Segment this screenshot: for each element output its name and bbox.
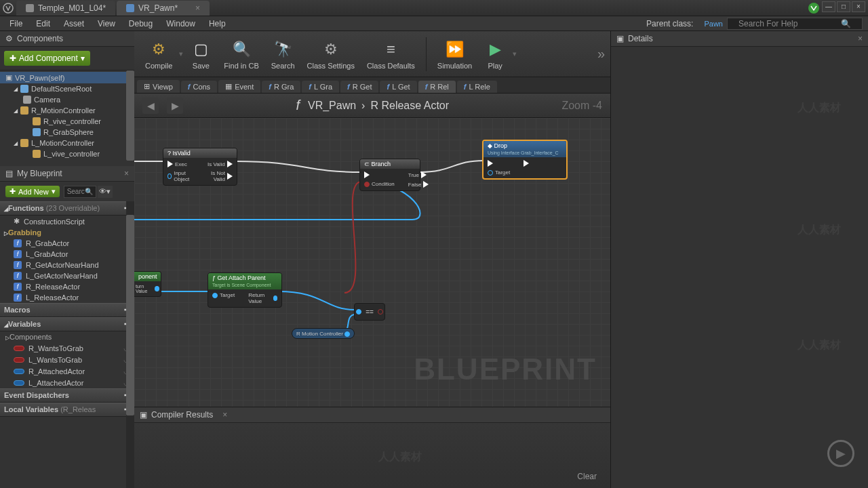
classsettings-button[interactable]: ⚙Class Settings [302, 34, 360, 75]
menu-asset[interactable]: Asset [57, 18, 91, 30]
simulation-button[interactable]: ⏩Simulation [432, 34, 477, 75]
function-item[interactable]: fR_GrabActor [0, 238, 134, 249]
help-search[interactable]: Search For Help🔍 [727, 18, 863, 30]
dispatchers-header[interactable]: Event Dispatchers✚ [0, 388, 134, 403]
compiler-output[interactable]: 人人素材 Clear [134, 423, 610, 488]
graph-tab[interactable]: fCons [181, 81, 217, 93]
menu-edit[interactable]: Edit [29, 18, 57, 30]
parent-class-link[interactable]: Pawn [704, 20, 723, 28]
compile-button[interactable]: ⚙Compile [140, 34, 178, 75]
tree-item[interactable]: Camera [0, 94, 134, 105]
category-grabbing[interactable]: ▷Grabbing [0, 227, 134, 238]
graph-tab[interactable]: ⊞Viewp [137, 80, 180, 93]
node-branch[interactable]: ⊂ Branch Condition True False [359, 159, 420, 191]
close-icon[interactable]: × [195, 3, 200, 13]
menu-window[interactable]: Window [159, 18, 202, 30]
variable-item[interactable]: R_AttachedActor◡ [0, 365, 134, 377]
variable-item[interactable]: L_AttachedActor◡ [0, 377, 134, 388]
maximize-button[interactable]: □ [837, 1, 850, 12]
tree-item[interactable]: ◢L_MotionController [0, 138, 134, 148]
tree-item[interactable]: R_GrabSphere [0, 127, 134, 138]
object-pin[interactable] [488, 170, 493, 176]
minimize-button[interactable]: — [822, 1, 835, 12]
menu-help[interactable]: Help [202, 18, 233, 30]
exec-pin[interactable] [227, 173, 233, 180]
expand-icon[interactable]: ◢ [14, 108, 18, 114]
node-equals[interactable]: == [354, 303, 385, 321]
exec-pin[interactable] [421, 171, 427, 178]
graph-tab[interactable]: fL Get [380, 81, 416, 93]
bc-root[interactable]: VR_Pawn [308, 100, 356, 112]
scrollbar[interactable] [126, 201, 134, 488]
clear-button[interactable]: Clear [577, 472, 597, 481]
tree-item[interactable]: ◢R_MotionController [0, 105, 134, 116]
function-item[interactable]: ✱ConstructionScript [0, 216, 134, 227]
editor-tab[interactable]: VR_Pawn*× [117, 1, 210, 16]
scrollbar[interactable] [126, 70, 134, 161]
exec-pin[interactable] [227, 161, 233, 167]
category-components[interactable]: ▷Components [0, 331, 134, 342]
search-button[interactable]: 🔭Search [266, 34, 300, 75]
exec-pin[interactable] [167, 161, 173, 167]
exec-pin[interactable] [423, 181, 429, 188]
menu-file[interactable]: File [3, 18, 29, 30]
node-drop[interactable]: ◆ DropUsing Interface Grab_Interface_C T… [482, 140, 568, 180]
overflow-icon[interactable]: » [597, 46, 605, 62]
function-item[interactable]: fL_GrabActor [0, 249, 134, 260]
add-new-button[interactable]: ✚ Add New ▾ [5, 186, 60, 197]
graph-tab[interactable]: fR Gra [262, 81, 300, 93]
object-pin[interactable] [344, 331, 350, 337]
node-fragment[interactable]: ponent turn Value [134, 271, 161, 297]
graph-tab[interactable]: fR Get [340, 81, 378, 93]
close-icon[interactable]: × [222, 410, 227, 420]
close-icon[interactable]: × [858, 34, 863, 43]
variable-item[interactable]: L_WantsToGrab◡ [0, 354, 134, 365]
object-pin[interactable] [167, 174, 172, 179]
variables-header[interactable]: ◢Variables✚ [0, 317, 134, 331]
macros-header[interactable]: Macros✚ [0, 303, 134, 317]
functions-header[interactable]: ◢Functions (23 Overridable)✚ [0, 201, 134, 216]
variable-item[interactable]: R_WantsToGrab◡ [0, 342, 134, 354]
tree-root[interactable]: ▣VR_Pawn(self) [0, 72, 134, 83]
save-button[interactable]: ▢Save [184, 34, 217, 75]
localvars-header[interactable]: Local Variables (R_Releas✚ [0, 403, 134, 417]
exec-pin[interactable] [364, 171, 370, 178]
menu-view[interactable]: View [91, 18, 122, 30]
nav-back-button[interactable]: ◀ [142, 98, 159, 114]
graph-canvas[interactable]: ? IsValid Exec Input Object Is Valid Is … [134, 118, 610, 407]
exec-pin[interactable] [488, 160, 493, 167]
object-pin[interactable] [273, 296, 277, 301]
graph-tab[interactable]: fL Gra [302, 81, 339, 93]
bool-pin[interactable] [378, 309, 383, 314]
graph-tab[interactable]: fL Rele [457, 81, 497, 93]
nav-forward-button[interactable]: ▶ [167, 98, 183, 114]
close-button[interactable]: × [852, 1, 865, 12]
marketplace-icon[interactable] [807, 1, 821, 15]
findincb-button[interactable]: 🔍Find in CB [218, 34, 264, 75]
object-pin[interactable] [155, 286, 159, 291]
function-item[interactable]: fR_ReleaseActor [0, 281, 134, 292]
add-component-button[interactable]: ✚ Add Component ▾ [4, 51, 90, 66]
expand-icon[interactable]: ◢ [14, 140, 18, 146]
view-options-button[interactable]: 👁▾ [98, 186, 113, 198]
object-pin[interactable] [212, 293, 218, 298]
menu-debug[interactable]: Debug [122, 18, 159, 30]
classdefaults-button[interactable]: ≡Class Defaults [361, 34, 420, 75]
object-pin[interactable] [356, 309, 361, 314]
function-item[interactable]: fR_GetActorNearHand [0, 260, 134, 270]
function-item[interactable]: fL_GetActorNearHand [0, 270, 134, 281]
close-icon[interactable]: × [124, 169, 129, 178]
blueprint-search[interactable]: Searc🔍 [64, 186, 96, 198]
graph-tab[interactable]: ▦Event [218, 80, 260, 93]
exec-pin[interactable] [524, 160, 529, 167]
tree-item[interactable]: ◢DefaultSceneRoot [0, 83, 134, 94]
node-getattachparent[interactable]: ƒ Get Attach ParentTarget is Scene Compo… [208, 272, 282, 308]
tree-item[interactable]: R_vive_controller [0, 116, 134, 127]
bool-pin[interactable] [364, 182, 370, 187]
tree-item[interactable]: L_vive_controller [0, 148, 134, 159]
editor-tab[interactable]: Temple_M01_L04* [16, 1, 115, 16]
node-isvalid[interactable]: ? IsValid Exec Input Object Is Valid Is … [163, 148, 237, 186]
node-variable[interactable]: R Motion Controller [292, 328, 355, 339]
play-button[interactable]: ▶Play [479, 34, 511, 75]
function-item[interactable]: fL_ReleaseActor [0, 292, 134, 303]
